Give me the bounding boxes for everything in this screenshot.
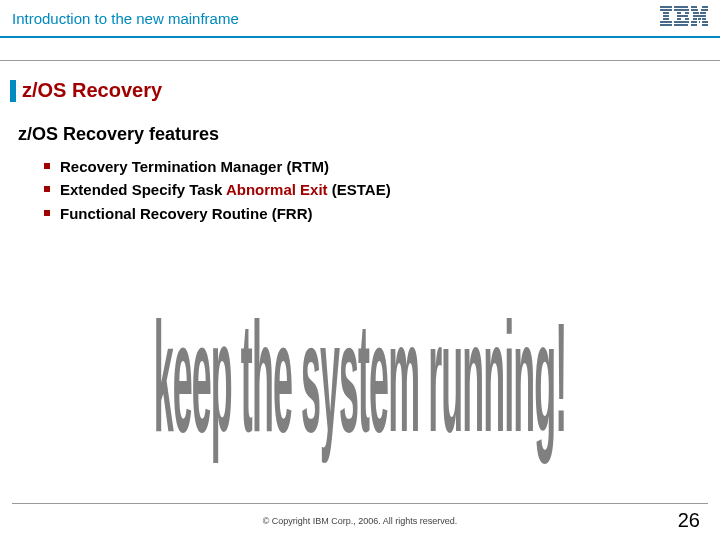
big-callout-text: keep the system running!	[154, 287, 567, 469]
svg-rect-7	[674, 6, 688, 8]
svg-rect-9	[677, 12, 681, 14]
svg-rect-13	[685, 18, 689, 20]
svg-rect-21	[700, 12, 706, 14]
bullet-text-after: (ESTAE)	[328, 181, 391, 198]
svg-rect-19	[701, 9, 708, 11]
header-title: Introduction to the new mainframe	[12, 10, 239, 27]
svg-rect-1	[660, 9, 672, 11]
bullet-text: Functional Recovery Routine (FRR)	[60, 205, 313, 222]
ibm-logo	[660, 6, 708, 26]
svg-rect-22	[693, 15, 706, 17]
svg-rect-23	[693, 18, 697, 20]
svg-rect-18	[691, 9, 698, 11]
svg-rect-29	[691, 24, 697, 26]
svg-rect-24	[698, 18, 701, 20]
svg-rect-11	[677, 15, 688, 17]
svg-rect-28	[702, 21, 708, 23]
svg-rect-20	[693, 12, 699, 14]
footer-divider	[12, 503, 708, 504]
svg-rect-5	[660, 21, 672, 23]
bullet-list: Recovery Termination Manager (RTM) Exten…	[44, 155, 720, 225]
svg-rect-2	[663, 12, 669, 14]
svg-rect-4	[663, 18, 669, 20]
bullet-item: Functional Recovery Routine (FRR)	[44, 202, 720, 225]
bullet-text-accent: Abnormal Exit	[226, 181, 328, 198]
slide-subtitle: z/OS Recovery features	[18, 124, 720, 145]
svg-rect-3	[663, 15, 669, 17]
slide-title: z/OS Recovery	[22, 79, 162, 102]
svg-rect-12	[677, 18, 681, 20]
svg-rect-6	[660, 24, 672, 26]
svg-rect-30	[702, 24, 708, 26]
svg-rect-0	[660, 6, 672, 8]
header-bar: Introduction to the new mainframe	[0, 0, 720, 38]
bullet-item: Extended Specify Task Abnormal Exit (EST…	[44, 178, 720, 201]
svg-rect-17	[702, 6, 708, 8]
svg-rect-25	[702, 18, 706, 20]
copyright-text: © Copyright IBM Corp., 2006. All rights …	[0, 516, 720, 526]
svg-rect-27	[699, 21, 700, 23]
svg-rect-10	[685, 12, 689, 14]
svg-rect-14	[674, 21, 689, 23]
svg-rect-26	[691, 21, 697, 23]
svg-rect-8	[674, 9, 689, 11]
top-divider	[0, 60, 720, 61]
svg-rect-15	[674, 24, 688, 26]
svg-rect-16	[691, 6, 697, 8]
bullet-text-before: Extended Specify Task	[60, 181, 226, 198]
bullet-item: Recovery Termination Manager (RTM)	[44, 155, 720, 178]
accent-bar	[10, 80, 16, 102]
slide-title-row: z/OS Recovery	[0, 79, 720, 102]
page-number: 26	[678, 509, 700, 532]
bullet-text: Recovery Termination Manager (RTM)	[60, 158, 329, 175]
